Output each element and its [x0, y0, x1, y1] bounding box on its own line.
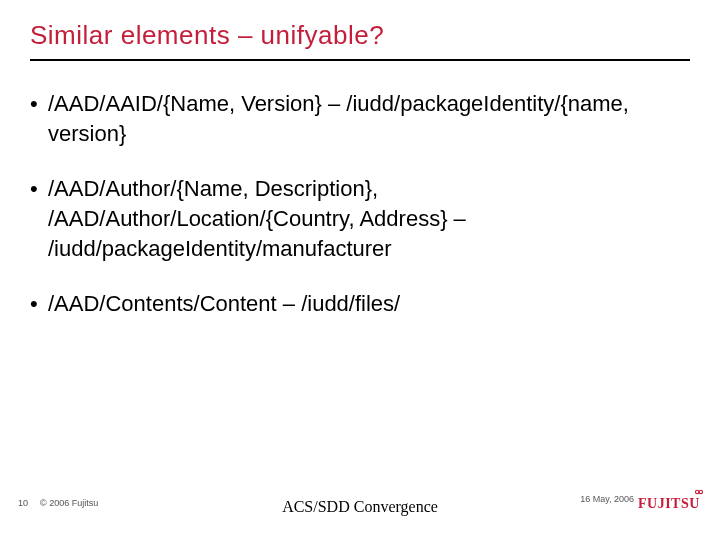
bullet-item: /AAD/Contents/Content – /iudd/files/ — [30, 289, 690, 319]
footer: 10 © 2006 Fujitsu ACS/SDD Convergence 16… — [0, 486, 720, 526]
bullet-list: /AAD/AAID/{Name, Version} – /iudd/packag… — [30, 89, 690, 319]
fujitsu-logo: FUJITSU — [638, 494, 706, 516]
bullet-item: /AAD/Author/{Name, Description}, /AAD/Au… — [30, 174, 690, 263]
logo-text: FUJITSU — [638, 496, 700, 511]
slide-title: Similar elements – unifyable? — [30, 20, 690, 51]
title-rule — [30, 59, 690, 61]
footer-date: 16 May, 2006 — [580, 494, 634, 504]
bullet-item: /AAD/AAID/{Name, Version} – /iudd/packag… — [30, 89, 690, 148]
infinity-icon — [692, 488, 706, 502]
slide: Similar elements – unifyable? /AAD/AAID/… — [0, 0, 720, 540]
